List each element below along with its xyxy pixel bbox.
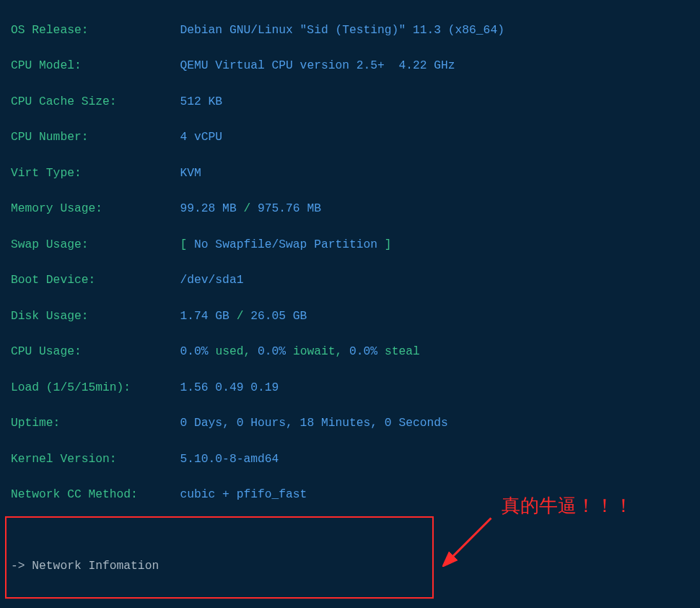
label-boot: Boot Device:: [11, 273, 95, 287]
value-cpu-cache: 512 KB: [180, 95, 223, 108]
value-disk-total: 26.05 GB: [250, 309, 307, 323]
swap-lb: [: [180, 238, 195, 251]
label-disk: Disk Usage:: [11, 309, 88, 323]
value-cpu-model: QEMU Virtual CPU version 2.5+ 4.22 GHz: [180, 58, 455, 72]
section-network: Network Infomation: [32, 559, 159, 573]
label-memory: Memory Usage:: [11, 201, 102, 215]
section-arrow: ->: [11, 559, 32, 573]
value-disk-used: 1.74 GB: [180, 309, 229, 323]
label-kernel: Kernel Version:: [11, 452, 117, 466]
cpu-steal-label: steal: [377, 344, 420, 358]
label-netcc: Network CC Method:: [11, 487, 138, 501]
cpu-used: 0.0%: [180, 344, 209, 358]
label-cpu-model: CPU Model:: [11, 58, 82, 72]
value-kernel: 5.10.0-8-amd64: [180, 452, 279, 466]
label-cpu-cache: CPU Cache Size:: [11, 95, 117, 108]
cpu-iowait: 0.0%: [258, 344, 286, 358]
pad: [88, 23, 180, 37]
label-swap: Swap Usage:: [11, 238, 88, 251]
label-cpu-number: CPU Number:: [11, 130, 88, 144]
value-os: Debian GNU/Linux "Sid (Testing)" 11.3 (x…: [180, 23, 504, 37]
label-uptime: Uptime:: [11, 416, 60, 430]
value-swap: No Swapfile/Swap Partition: [194, 238, 377, 251]
value-boot: /dev/sda1: [180, 273, 244, 287]
swap-rb: ]: [377, 238, 392, 251]
terminal-output: OS Release: Debian GNU/Linux "Sid (Testi…: [0, 0, 700, 608]
value-load: 1.56 0.49 0.19: [180, 381, 279, 394]
value-uptime: 0 Days, 0 Hours, 18 Minutes, 0 Seconds: [180, 416, 448, 430]
label-load: Load (1/5/15min):: [11, 381, 131, 394]
value-cpu-number: 4 vCPU: [180, 130, 223, 144]
value-virt: KVM: [180, 166, 201, 180]
label-virt: Virt Type:: [11, 166, 82, 180]
cpu-iowait-label: iowait,: [286, 344, 349, 358]
cpu-used-label: used,: [209, 344, 258, 358]
value-netcc: cubic + pfifo_fast: [180, 487, 307, 501]
value-memory-used: 99.28 MB: [180, 201, 237, 215]
label-cpu-usage: CPU Usage:: [11, 344, 82, 358]
value-memory-total: 975.76 MB: [258, 201, 321, 215]
label-os: OS Release:: [11, 23, 88, 37]
disk-slash: /: [229, 309, 250, 323]
memory-slash: /: [237, 201, 258, 215]
cpu-steal: 0.0%: [349, 344, 377, 358]
